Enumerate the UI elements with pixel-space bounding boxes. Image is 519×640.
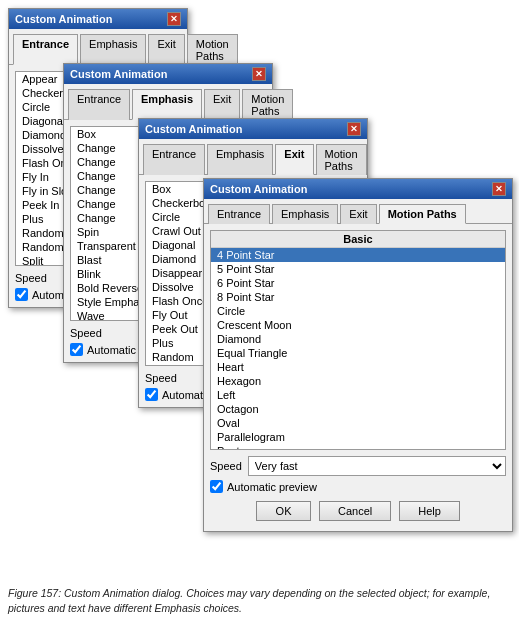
dialog-1-titlebar: Custom Animation ✕: [9, 9, 187, 29]
dialog-3-tabs: Entrance Emphasis Exit Motion Paths: [139, 139, 367, 175]
speed-label-4: Speed: [210, 460, 242, 472]
dialog-2-title: Custom Animation: [70, 68, 167, 80]
tab-motionpaths-4[interactable]: Motion Paths: [379, 204, 466, 224]
dialog-motionpaths[interactable]: Custom Animation ✕ Entrance Emphasis Exi…: [203, 178, 513, 532]
tab-exit-2[interactable]: Exit: [204, 89, 240, 120]
help-button[interactable]: Help: [399, 501, 460, 521]
tab-exit-4[interactable]: Exit: [340, 204, 376, 224]
tab-entrance-4[interactable]: Entrance: [208, 204, 270, 224]
list-item-selected[interactable]: 4 Point Star: [211, 248, 505, 262]
auto-preview-check-4[interactable]: [210, 480, 223, 493]
tab-motionpaths-2[interactable]: Motion Paths: [242, 89, 293, 120]
list-item[interactable]: Left: [211, 388, 505, 402]
list-item[interactable]: Circle: [211, 304, 505, 318]
tab-exit-1[interactable]: Exit: [148, 34, 184, 65]
list-item[interactable]: Heart: [211, 360, 505, 374]
auto-preview-label-4: Automatic preview: [227, 481, 317, 493]
list-item[interactable]: Octagon: [211, 402, 505, 416]
list-item[interactable]: Crescent Moon: [211, 318, 505, 332]
dialog-1-tabs: Entrance Emphasis Exit Motion Paths: [9, 29, 187, 65]
tab-entrance-3[interactable]: Entrance: [143, 144, 205, 175]
tab-entrance-2[interactable]: Entrance: [68, 89, 130, 120]
auto-preview-check-3[interactable]: [145, 388, 158, 401]
list-item[interactable]: Oval: [211, 416, 505, 430]
figure-caption: Figure 157: Custom Animation dialog. Cho…: [8, 586, 511, 615]
tab-motionpaths-1[interactable]: Motion Paths: [187, 34, 238, 65]
dialog-3-titlebar: Custom Animation ✕: [139, 119, 367, 139]
tab-emphasis-2[interactable]: Emphasis: [132, 89, 202, 120]
tab-entrance-1[interactable]: Entrance: [13, 34, 78, 65]
dialog-2-tabs: Entrance Emphasis Exit Motion Paths: [64, 84, 272, 120]
dialog-1-title: Custom Animation: [15, 13, 112, 25]
dialog-2-close[interactable]: ✕: [252, 67, 266, 81]
dialog-3-close[interactable]: ✕: [347, 122, 361, 136]
speed-label-2: Speed: [70, 327, 102, 339]
list-item[interactable]: Diamond: [211, 332, 505, 346]
tab-exit-3[interactable]: Exit: [275, 144, 313, 175]
tab-emphasis-1[interactable]: Emphasis: [80, 34, 146, 65]
auto-preview-check-1[interactable]: [15, 288, 28, 301]
dialog-4-title: Custom Animation: [210, 183, 307, 195]
motionpaths-list[interactable]: Basic 4 Point Star 5 Point Star 6 Point …: [210, 230, 506, 450]
dialog-3-title: Custom Animation: [145, 123, 242, 135]
dialog-4-buttons: OK Cancel Help: [210, 501, 506, 525]
dialog-4-close[interactable]: ✕: [492, 182, 506, 196]
tab-motionpaths-3[interactable]: Motion Paths: [316, 144, 367, 175]
dialog-1-close[interactable]: ✕: [167, 12, 181, 26]
tab-emphasis-4[interactable]: Emphasis: [272, 204, 338, 224]
list-item[interactable]: Parallelogram: [211, 430, 505, 444]
dialog-4-tabs: Entrance Emphasis Exit Motion Paths: [204, 199, 512, 224]
cancel-button[interactable]: Cancel: [319, 501, 391, 521]
section-header-basic: Basic: [211, 231, 505, 248]
tab-emphasis-3[interactable]: Emphasis: [207, 144, 273, 175]
list-item[interactable]: Hexagon: [211, 374, 505, 388]
auto-preview-check-2[interactable]: [70, 343, 83, 356]
dialog-2-titlebar: Custom Animation ✕: [64, 64, 272, 84]
list-item[interactable]: 6 Point Star: [211, 276, 505, 290]
speed-label-1: Speed: [15, 272, 47, 284]
ok-button[interactable]: OK: [256, 501, 311, 521]
list-item[interactable]: 5 Point Star: [211, 262, 505, 276]
list-item[interactable]: Equal Triangle: [211, 346, 505, 360]
list-item[interactable]: 8 Point Star: [211, 290, 505, 304]
list-item[interactable]: Pentagon: [211, 444, 505, 450]
speed-select-4[interactable]: Very slow Slow Medium Fast Very fast: [248, 456, 506, 476]
speed-label-3: Speed: [145, 372, 177, 384]
auto-preview-label-2: Automatic: [87, 344, 136, 356]
dialog-4-titlebar: Custom Animation ✕: [204, 179, 512, 199]
